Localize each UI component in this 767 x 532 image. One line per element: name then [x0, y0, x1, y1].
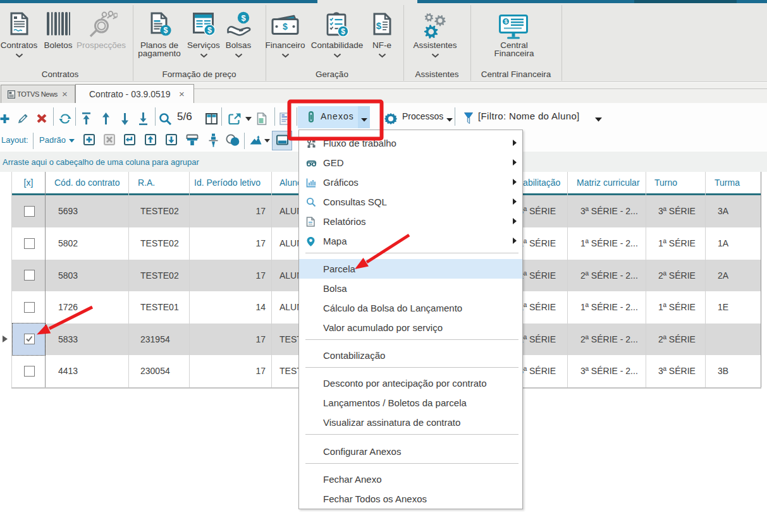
svg-text:$: $: [505, 18, 508, 25]
svg-text:$: $: [283, 21, 288, 32]
svg-text:$: $: [341, 27, 345, 36]
svg-text:$: $: [241, 13, 246, 23]
svg-text:$: $: [164, 26, 168, 35]
svg-text:$: $: [376, 20, 382, 31]
svg-text:$: $: [207, 26, 212, 35]
